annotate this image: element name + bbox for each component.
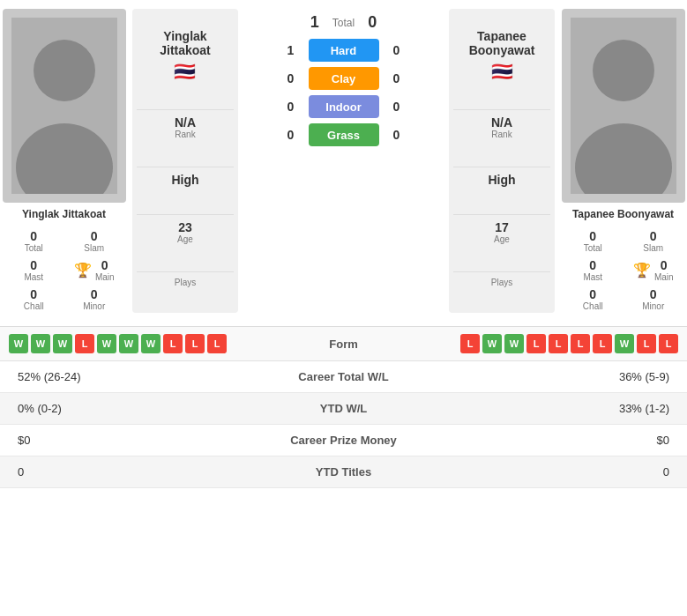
surface-row-clay: 0 Clay 0 <box>247 67 440 90</box>
right-plays-block: Plays <box>453 271 550 293</box>
stats-rows-container: 52% (26-24) Career Total W/L 36% (5-9) 0… <box>0 361 687 488</box>
total-row: 1 Total 0 <box>310 13 377 32</box>
right-trophy-icon: 🏆 <box>633 262 651 278</box>
right-fitness-block: High <box>453 167 550 192</box>
left-fitness-block: High <box>137 167 234 192</box>
left-slam-cell: 0 Slam <box>65 227 124 255</box>
right-form-badges: LWWLLLLWLL <box>460 334 678 353</box>
left-total-cell: 0 Total <box>4 227 63 255</box>
form-badge-9: L <box>659 334 678 353</box>
right-chall-cell: 0 Chall <box>564 286 623 313</box>
stats-left-value-0: 52% (26-24) <box>18 370 235 383</box>
left-age-label: Age <box>137 234 234 244</box>
stats-label-0: Career Total W/L <box>235 370 452 383</box>
form-badge-1: W <box>31 334 50 353</box>
stats-right-value-3: 0 <box>452 465 669 479</box>
surface-rows: 1 Hard 0 0 Clay 0 0 Indoor 0 0 Grass 0 <box>247 39 440 146</box>
right-minor-label: Minor <box>626 301 682 311</box>
right-total-cell: 0 Total <box>564 227 623 255</box>
left-player-header: Yinglak Jittakoat 🇹🇭 <box>160 29 211 83</box>
surface-score-left-indoor: 0 <box>282 100 300 114</box>
left-total-label: Total <box>6 243 62 253</box>
stats-left-value-1: 0% (0-2) <box>18 402 235 415</box>
form-badge-7: W <box>615 334 634 353</box>
right-player-header: Tapanee Boonyawat 🇹🇭 <box>469 29 535 83</box>
right-rank-label: Rank <box>453 130 550 139</box>
right-info-panel: Tapanee Boonyawat 🇹🇭 N/A Rank High 17 Ag… <box>449 9 555 313</box>
right-player-stats: 0 Total 0 Slam 0 Mast 🏆 0 Main <box>564 227 683 313</box>
right-mast-label: Mast <box>565 272 621 282</box>
right-slam-label: Slam <box>626 243 682 253</box>
form-badge-2: W <box>53 334 72 353</box>
left-plays-block: Plays <box>137 271 234 293</box>
right-full-name: Tapanee Boonyawat <box>469 29 535 59</box>
form-badge-1: W <box>482 334 502 353</box>
svg-point-4 <box>593 40 654 101</box>
stats-label-1: YTD W/L <box>235 402 452 415</box>
form-row: WWWLWWWLLL Form LWWLLLLWLL <box>0 327 687 361</box>
surface-row-hard: 1 Hard 0 <box>247 39 440 62</box>
right-minor-cell: 0 Minor <box>624 286 683 313</box>
right-minor-value: 0 <box>626 287 682 301</box>
form-badge-7: L <box>163 334 183 353</box>
left-main-value: 0 <box>95 258 115 272</box>
left-age-block: 23 Age <box>137 214 234 249</box>
form-badge-5: W <box>119 334 138 353</box>
surface-badge-indoor: Indoor <box>309 95 379 118</box>
stats-row-0: 52% (26-24) Career Total W/L 36% (5-9) <box>0 361 687 393</box>
left-minor-label: Minor <box>67 301 123 311</box>
left-player-column: Yinglak Jittakoat 0 Total 0 Slam 0 Mast … <box>0 9 128 313</box>
top-section: Yinglak Jittakoat 0 Total 0 Slam 0 Mast … <box>0 0 687 322</box>
stats-right-value-1: 33% (1-2) <box>452 402 669 415</box>
right-player-photo <box>562 9 685 203</box>
right-chall-label: Chall <box>565 301 621 311</box>
right-mast-value: 0 <box>565 258 621 272</box>
right-age-value: 17 <box>453 220 550 234</box>
right-slam-cell: 0 Slam <box>624 227 683 255</box>
right-age-block: 17 Age <box>453 214 550 249</box>
total-score-right: 0 <box>368 13 377 32</box>
form-badge-8: L <box>185 334 205 353</box>
left-mast-value: 0 <box>6 258 62 272</box>
left-fitness-value: High <box>137 173 234 187</box>
stats-row-1: 0% (0-2) YTD W/L 33% (1-2) <box>0 393 687 425</box>
right-age-label: Age <box>453 234 550 244</box>
surface-badge-clay: Clay <box>309 67 379 90</box>
right-rank-value: N/A <box>453 115 550 130</box>
left-player-name: Yinglak Jittakoat <box>22 208 106 220</box>
left-minor-value: 0 <box>67 287 123 301</box>
stats-left-value-3: 0 <box>18 465 235 479</box>
left-player-stats: 0 Total 0 Slam 0 Mast 🏆 0 Main <box>4 227 123 313</box>
form-badge-6: L <box>593 334 612 353</box>
left-plays-label: Plays <box>137 278 234 287</box>
form-badge-2: W <box>504 334 524 353</box>
left-flag: 🇹🇭 <box>160 61 211 82</box>
form-badge-3: L <box>526 334 546 353</box>
form-badge-8: L <box>637 334 656 353</box>
surface-row-indoor: 0 Indoor 0 <box>247 95 440 118</box>
form-badge-4: L <box>549 334 568 353</box>
left-chall-value: 0 <box>6 287 62 301</box>
left-rank-block: N/A Rank <box>137 109 234 145</box>
left-mast-cell: 0 Mast <box>4 256 63 284</box>
form-badge-4: W <box>97 334 116 353</box>
left-chall-cell: 0 Chall <box>4 286 63 313</box>
surface-score-left-hard: 1 <box>282 43 300 57</box>
surface-score-right-grass: 0 <box>388 128 406 142</box>
surface-score-right-clay: 0 <box>388 71 406 85</box>
form-label: Form <box>329 338 358 351</box>
surface-row-grass: 0 Grass 0 <box>247 123 440 146</box>
left-player-photo <box>3 9 126 203</box>
stats-right-value-0: 36% (5-9) <box>452 370 669 383</box>
right-main-label: Main <box>654 272 674 282</box>
surface-badge-hard: Hard <box>309 39 379 62</box>
right-flag: 🇹🇭 <box>469 61 535 82</box>
surface-score-right-indoor: 0 <box>388 100 406 114</box>
stats-row-3: 0 YTD Titles 0 <box>0 456 687 488</box>
form-badge-0: L <box>460 334 480 353</box>
right-fitness-value: High <box>453 173 550 187</box>
left-chall-label: Chall <box>6 301 62 311</box>
left-main-label: Main <box>95 272 115 282</box>
stats-label-3: YTD Titles <box>235 465 452 479</box>
right-plays-label: Plays <box>453 278 550 287</box>
